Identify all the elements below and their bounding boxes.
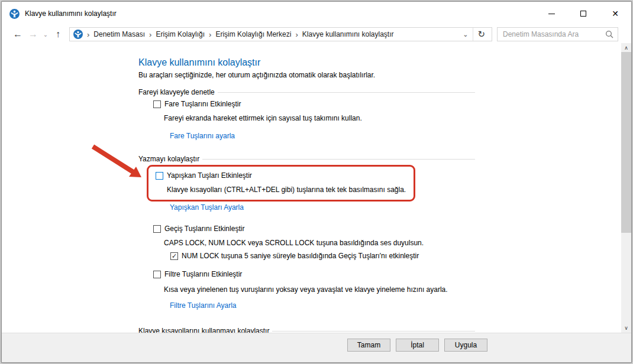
toggle-keys-description: CAPS LOCK, NUM LOCK veya SCROLL LOCK tuş…	[164, 239, 482, 247]
ease-of-access-icon	[73, 30, 83, 39]
control-panel-window: Klavye kullanımını kolaylaştır ✕ ← → ⌄ ↑…	[1, 1, 632, 363]
cancel-button[interactable]: İptal	[396, 339, 439, 352]
breadcrumb-separator-icon: ›	[83, 30, 93, 39]
setup-mouse-keys-link[interactable]: Fare Tuşlarını ayarla	[170, 132, 235, 140]
divider	[272, 331, 475, 332]
breadcrumb-item-current-page[interactable]: Klavye kullanımını kolaylaştır	[302, 30, 394, 38]
scroll-up-icon[interactable]: ∧	[621, 43, 631, 53]
numlock-checkbox-row: ✓ NUM LOCK tuşuna 5 saniye süreyle basıl…	[170, 252, 482, 260]
navigation-bar: ← → ⌄ ↑ › Denetim Masası › Erişim Kolayl…	[2, 25, 631, 43]
breadcrumb-item-ease-of-access[interactable]: Erişim Kolaylığı	[156, 30, 205, 38]
section-control-mouse-with-keyboard: Fareyi klavyeyle denetle	[138, 88, 475, 96]
minimize-button[interactable]	[545, 7, 558, 20]
breadcrumb-separator-icon: ›	[205, 30, 215, 39]
filter-keys-label[interactable]: Filtre Tuşlarını Etkinleştir	[164, 270, 242, 278]
mouse-keys-checkbox[interactable]	[153, 100, 161, 108]
setup-sticky-keys-link[interactable]: Yapışkan Tuşları Ayarla	[170, 203, 482, 212]
sticky-keys-label[interactable]: Yapışkan Tuşları Etkinleştir	[167, 171, 252, 180]
section-keyboard-shortcuts: Klavye kısayollarını kullanmayı kolaylaş…	[138, 327, 475, 333]
search-box	[497, 27, 618, 41]
minimize-icon	[548, 14, 555, 14]
titlebar: Klavye kullanımını kolaylaştır ✕	[2, 2, 631, 25]
back-button[interactable]: ←	[10, 30, 25, 39]
content-area: Klavye kullanımını kolaylaştır Bu araçla…	[2, 43, 631, 333]
sticky-keys-checkbox[interactable]	[156, 172, 163, 180]
section-title: Fareyi klavyeyle denetle	[138, 88, 218, 96]
scroll-down-icon[interactable]: ∨	[621, 323, 631, 333]
numlock-checkbox-checked[interactable]: ✓	[170, 252, 178, 260]
maximize-icon	[580, 11, 586, 17]
divider	[218, 92, 475, 93]
search-icon[interactable]	[605, 30, 613, 38]
dialog-footer: Tamam İptal Uygula	[2, 333, 631, 362]
mouse-keys-label[interactable]: Fare Tuşlarını Etkinleştir	[164, 100, 241, 108]
maximize-button[interactable]	[577, 7, 590, 20]
numlock-label[interactable]: NUM LOCK tuşuna 5 saniye süreyle basıldı…	[182, 252, 419, 260]
breadcrumb-item-control-panel[interactable]: Denetim Masası	[93, 30, 145, 38]
checkmark-icon: ✓	[172, 253, 177, 259]
section-title: Klavye kısayollarını kullanmayı kolaylaş…	[138, 327, 272, 333]
window-controls: ✕	[545, 2, 622, 25]
refresh-icon[interactable]: ↻	[473, 29, 489, 40]
mouse-keys-description: Fareyi ekranda hareket ettirmek için say…	[164, 114, 482, 122]
toggle-keys-checkbox-row: Geçiş Tuşlarını Etkinleştir	[153, 225, 482, 233]
forward-button[interactable]: →	[25, 30, 41, 39]
annotation-highlight-box: Yapışkan Tuşları Etkinleştir Klavye kısa…	[147, 165, 415, 202]
scrollbar-thumb[interactable]	[621, 52, 631, 233]
sticky-keys-description: Klavye kısayolları (CTRL+ALT+DEL gibi) t…	[167, 186, 406, 194]
page-title: Klavye kullanımını kolaylaştır	[138, 57, 482, 69]
toggle-keys-checkbox[interactable]	[153, 225, 161, 233]
sticky-keys-checkbox-row: Yapışkan Tuşları Etkinleştir	[156, 171, 406, 180]
setup-filter-keys-link[interactable]: Filtre Tuşlarını Ayarla	[170, 301, 237, 310]
apply-button[interactable]: Uygula	[444, 339, 487, 352]
search-input[interactable]	[503, 30, 605, 38]
filter-keys-checkbox[interactable]	[153, 271, 161, 278]
filter-keys-description: Kısa veya yinelenen tuş vuruşlarını yoks…	[164, 285, 482, 294]
filter-keys-checkbox-row: Filtre Tuşlarını Etkinleştir	[153, 270, 482, 278]
close-button[interactable]: ✕	[609, 7, 622, 20]
recent-pages-dropdown-icon[interactable]: ⌄	[41, 31, 50, 38]
vertical-scrollbar[interactable]: ∧ ∨	[621, 43, 631, 333]
mouse-keys-checkbox-row: Fare Tuşlarını Etkinleştir	[153, 100, 482, 108]
divider	[202, 159, 475, 160]
section-make-typing-easier: Yazmayı kolaylaştır	[138, 155, 475, 163]
breadcrumb: › Denetim Masası › Erişim Kolaylığı › Er…	[69, 27, 492, 41]
up-button[interactable]: ↑	[50, 30, 66, 39]
ok-button[interactable]: Tamam	[347, 339, 390, 352]
breadcrumb-item-ease-of-access-center[interactable]: Erişim Kolaylığı Merkezi	[215, 30, 291, 38]
close-icon: ✕	[612, 9, 619, 18]
settings-page: Klavye kullanımını kolaylaştır Bu araçla…	[138, 43, 482, 333]
address-dropdown-icon[interactable]: ⌄	[458, 31, 473, 38]
toggle-keys-label[interactable]: Geçiş Tuşlarını Etkinleştir	[164, 225, 244, 233]
ease-of-access-icon	[9, 9, 20, 19]
breadcrumb-separator-icon: ›	[145, 30, 156, 39]
window-title: Klavye kullanımını kolaylaştır	[25, 9, 117, 18]
page-intro: Bu araçları seçtiğinizde, her oturum açt…	[138, 71, 482, 79]
section-title: Yazmayı kolaylaştır	[138, 155, 202, 163]
breadcrumb-separator-icon: ›	[291, 30, 302, 39]
